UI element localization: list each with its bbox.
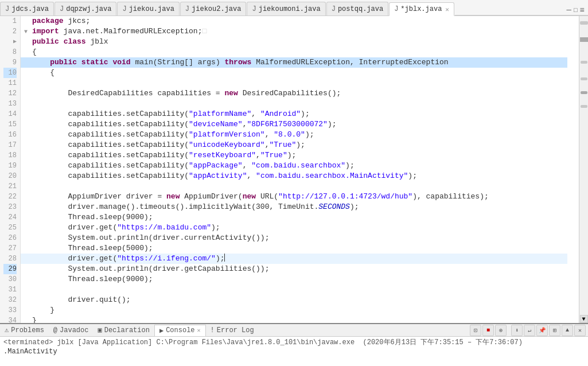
overview-marker-3 (581, 77, 587, 80)
code-line-22 (21, 181, 567, 192)
clear-console-btn[interactable]: ⊡ (470, 325, 481, 336)
line-num-9: 9 (3, 57, 17, 68)
javadoc-icon: @ (53, 326, 57, 334)
line-num-23: 23 (3, 202, 17, 212)
new-console-btn[interactable]: ⊞ (549, 325, 560, 336)
tab-jiekou2[interactable]: J jiekou2.java (180, 2, 247, 15)
bottom-tab-console[interactable]: ▶ Console ✕ (154, 325, 206, 336)
code-line-28: Thread.sleep(5000); (21, 243, 567, 254)
line-num-24: 24 (3, 212, 17, 223)
maximize-btn[interactable]: ▲ (562, 325, 573, 336)
overview-marker-2 (581, 61, 587, 64)
word-wrap-btn[interactable]: ↵ (524, 325, 535, 336)
close-tab-icon[interactable]: ✕ (445, 6, 449, 13)
disconnect-btn[interactable]: ⊗ (495, 325, 507, 336)
right-scroll-panel: ▼ (579, 16, 588, 323)
code-line-33: driver.quit(); (21, 295, 567, 305)
code-line-12 (21, 78, 567, 88)
tab-label: jdcs.java (11, 5, 49, 13)
console-output-area: <terminated> jblx [Java Application] C:\… (0, 337, 588, 366)
java-file-icon: J (332, 5, 336, 13)
code-line-13: DesiredCapabilities capabilities = new D… (21, 88, 567, 99)
line-num-34: 34 (3, 316, 17, 323)
code-line-17: capabilities.setCapability("platformVers… (21, 130, 567, 140)
tab-label: jiekou.java (129, 5, 174, 13)
problems-label: Problems (11, 326, 44, 334)
code-line-19: capabilities.setCapability("resetKeyboar… (21, 150, 567, 161)
fold-marker-2[interactable]: ▶ (3, 37, 17, 47)
javadoc-label: Javadoc (60, 326, 88, 334)
minimize-icon[interactable]: ─ (567, 6, 571, 15)
line-num-2: 2 (3, 26, 17, 37)
bottom-tab-javadoc[interactable]: @ Javadoc (49, 325, 94, 336)
code-line-9: { (21, 47, 567, 57)
code-line-20: capabilities.setCapability("appPackage",… (21, 161, 567, 171)
window-controls: ─ □ ≡ (563, 6, 588, 15)
declaration-icon: ▣ (98, 326, 102, 334)
tab-label: dqpzwj.java (66, 5, 111, 13)
pin-btn[interactable]: 📌 (536, 325, 548, 336)
bottom-tab-errorlog[interactable]: ! Error Log (206, 325, 259, 336)
overview-marker-4 (581, 91, 587, 94)
code-line-23: AppiumDriver driver = new AppiumDriver(n… (21, 192, 567, 202)
line-num-27: 27 (3, 243, 17, 254)
line-num-25: 25 (3, 223, 17, 233)
declaration-label: Declaration (104, 326, 150, 334)
editor-container: 1 2 ▶ 8 9 10 11 12 13 14 15 16 17 18 19 … (0, 16, 588, 323)
console-toolbar: ⊡ ■ ⊗ ⬇ ↵ 📌 ⊞ ▲ ✕ (468, 324, 588, 337)
console-icon: ▶ (159, 326, 163, 335)
line-num-30: 30 (3, 274, 17, 285)
code-line-21: capabilities.setCapability("appActivity"… (21, 171, 567, 181)
code-line-11: { (21, 68, 567, 78)
java-file-icon: J (185, 5, 189, 13)
problems-icon: ⚠ (5, 326, 9, 334)
code-line-26: driver.get("https://m.baidu.com"); (21, 223, 567, 233)
console-close-icon[interactable]: ✕ (197, 327, 201, 334)
line-num-16: 16 (3, 130, 17, 140)
code-editor[interactable]: package jkcs; ▼ import java.net.Malforme… (21, 16, 579, 323)
bottom-tab-problems[interactable]: ⚠ Problems (0, 325, 49, 336)
line-num-18: 18 (3, 150, 17, 161)
fold-icon[interactable]: ▼ (24, 29, 28, 35)
line-num-1: 1 (3, 16, 17, 26)
bottom-tab-declaration[interactable]: ▣ Declaration (93, 325, 154, 336)
line-numbers: 1 2 ▶ 8 9 10 11 12 13 14 15 16 17 18 19 … (0, 16, 21, 323)
code-line-35: } (21, 316, 567, 323)
bottom-tab-bar: ⚠ Problems @ Javadoc ▣ Declaration ▶ Con… (0, 324, 588, 337)
java-file-icon: J (60, 5, 64, 13)
line-num-29: 29 (3, 264, 17, 274)
tab-jdcs[interactable]: J jdcs.java (0, 2, 54, 15)
code-line-25: Thread.sleep(9000); (21, 212, 567, 223)
line-num-21: 21 (3, 181, 17, 192)
line-num-31: 31 (3, 285, 17, 295)
console-label: Console (166, 326, 194, 334)
maximize-icon[interactable]: □ (574, 7, 578, 14)
code-line-31: Thread.sleep(9000); (21, 274, 567, 285)
line-num-26: 26 (3, 233, 17, 243)
tab-spacer (455, 15, 563, 15)
tab-jiekou[interactable]: J jiekou.java (117, 2, 179, 15)
tab-dqpzwj[interactable]: J dqpzwj.java (54, 2, 116, 15)
code-line-24: driver.manage().timeouts().implicitlyWai… (21, 202, 567, 212)
tab-jiekoumoni[interactable]: J jiekoumoni.java (247, 2, 325, 15)
scroll-position-marker (580, 37, 588, 42)
scroll-lock-btn[interactable]: ⬇ (511, 325, 523, 336)
line-num-33: 33 (3, 305, 17, 316)
line-num-32: 32 (3, 295, 17, 305)
tab-postqq[interactable]: J postqq.java (326, 2, 388, 15)
menu-icon[interactable]: ≡ (580, 6, 585, 15)
line-num-17: 17 (3, 140, 17, 150)
line-num-12: 12 (3, 88, 17, 99)
tab-jblx[interactable]: J *jblx.java ✕ (389, 2, 454, 16)
code-line-10: public static void main(String[] args) t… (21, 57, 567, 68)
errorlog-icon: ! (211, 326, 215, 334)
line-num-22: 22 (3, 192, 17, 202)
code-line-27: System.out.println(driver.currentActivit… (21, 233, 567, 243)
close-console-btn[interactable]: ✕ (574, 325, 586, 336)
text-cursor (224, 254, 225, 262)
scroll-down-btn[interactable]: ▼ (580, 315, 588, 323)
java-file-icon: J (394, 5, 398, 13)
stop-btn[interactable]: ■ (482, 325, 494, 336)
code-line-15: capabilities.setCapability("platformName… (21, 109, 567, 119)
overview-marker-5 (581, 105, 587, 108)
